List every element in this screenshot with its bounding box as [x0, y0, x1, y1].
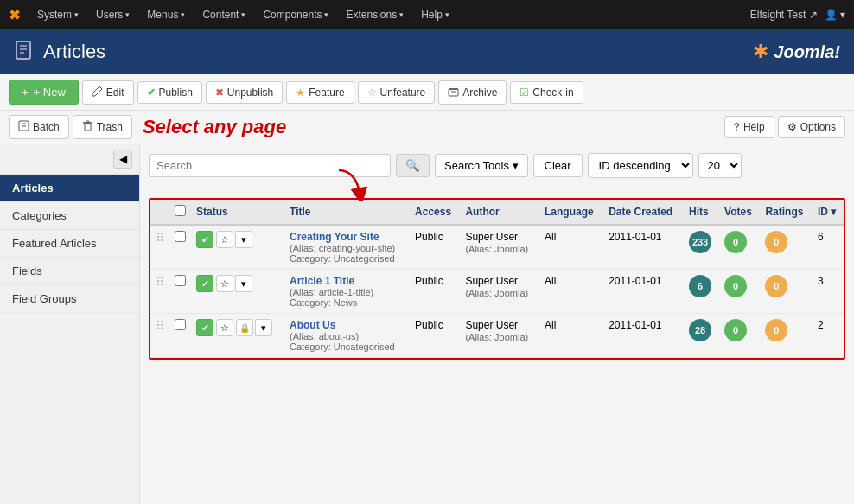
new-button[interactable]: + + New [9, 80, 79, 105]
status-dropdown-icon[interactable]: ▾ [235, 275, 252, 292]
col-language[interactable]: Language [539, 200, 603, 225]
featured-icon[interactable]: ☆ [216, 231, 233, 248]
access-value: Public [415, 319, 443, 331]
trash-button[interactable]: Trash [73, 115, 132, 139]
search-button[interactable]: 🔍 [396, 154, 430, 177]
star-filled-icon: ★ [296, 86, 305, 99]
author-name: Super User(Alias: Joomla) [465, 231, 528, 255]
date-created-value: 2011-01-01 [609, 275, 661, 287]
search-input[interactable] [149, 154, 391, 177]
drag-handle-icon[interactable]: ⠿ [156, 231, 164, 245]
featured-icon[interactable]: ☆ [216, 275, 233, 292]
article-alias: (Alias: creating-your-site) [290, 243, 405, 253]
user-icon[interactable]: 👤 ▾ [825, 9, 845, 21]
nav-right: Elfsight Test ↗ 👤 ▾ [750, 9, 845, 21]
batch-icon [18, 120, 29, 134]
article-title-link[interactable]: Creating Your Site [290, 231, 379, 243]
status-dropdown-icon[interactable]: ▾ [255, 319, 272, 336]
article-title-link[interactable]: About Us [290, 319, 335, 331]
col-ratings[interactable]: Ratings [760, 200, 813, 225]
nav-content[interactable]: Content ▾ [195, 5, 252, 24]
header-bar: Articles ✱ Joomla! [0, 29, 854, 74]
sidebar-collapse-area: ◀ [0, 144, 139, 175]
nav-extensions[interactable]: Extensions ▾ [339, 5, 411, 24]
featured-icon[interactable]: ☆ [216, 319, 233, 336]
drag-handle-icon[interactable]: ⠿ [156, 319, 164, 333]
select-all-checkbox[interactable] [175, 205, 186, 216]
col-status[interactable]: Status [191, 200, 284, 225]
sidebar-item-categories[interactable]: Categories [0, 202, 139, 230]
batch-button[interactable]: Batch [9, 115, 69, 139]
drag-handle-cell: ⠿ [150, 314, 169, 358]
id-cell: 6 [813, 225, 844, 270]
checkin-button[interactable]: ☑ Check-in [510, 81, 583, 104]
sidebar-collapse-button[interactable]: ◀ [113, 150, 132, 169]
page-size-select[interactable]: 20 10 50 [698, 153, 742, 178]
id-value: 3 [818, 275, 824, 287]
options-button[interactable]: ⚙ Options [778, 116, 845, 138]
ratings-badge: 0 [765, 275, 787, 297]
help-button[interactable]: ? Help [724, 116, 774, 138]
published-icon[interactable]: ✔ [196, 275, 214, 292]
published-icon[interactable]: ✔ [196, 231, 214, 248]
access-cell: Public [410, 225, 460, 270]
nav-help[interactable]: Help ▾ [414, 5, 456, 24]
sidebar-item-field-groups[interactable]: Field Groups [0, 285, 139, 313]
date-created-value: 2011-01-01 [609, 231, 661, 243]
clear-button[interactable]: Clear [533, 154, 583, 177]
published-icon[interactable]: ✔ [196, 319, 214, 336]
col-id[interactable]: ID ▾ [813, 200, 844, 225]
date-created-cell: 2011-01-01 [603, 225, 684, 270]
ratings-badge: 0 [765, 319, 787, 341]
page-icon [14, 40, 35, 65]
gear-icon: ⚙ [787, 121, 797, 133]
article-category: Category: Uncategorised [290, 253, 405, 264]
language-cell: All [539, 225, 603, 270]
status-cell: ✔ ☆ 🔒 ▾ [191, 314, 284, 358]
drag-handle-icon[interactable]: ⠿ [156, 275, 164, 289]
nav-menus[interactable]: Menus ▾ [140, 5, 192, 24]
archive-icon [448, 86, 459, 99]
user-label[interactable]: Elfsight Test ↗ [750, 9, 818, 21]
col-date-created[interactable]: Date Created [603, 200, 684, 225]
sidebar-item-fields[interactable]: Fields [0, 258, 139, 285]
nav-components[interactable]: Components ▾ [256, 5, 335, 24]
id-value: 6 [818, 231, 824, 243]
sidebar-item-featured-articles[interactable]: Featured Articles [0, 230, 139, 258]
col-title[interactable]: Title [284, 200, 410, 225]
feature-button[interactable]: ★ Feature [286, 81, 354, 104]
col-access[interactable]: Access [410, 200, 460, 225]
sidebar-item-articles[interactable]: Articles [0, 175, 139, 202]
language-value: All [545, 275, 556, 287]
col-votes[interactable]: Votes [719, 200, 760, 225]
checkbox-cell [169, 270, 191, 314]
search-tools-button[interactable]: Search Tools ▾ [435, 154, 528, 177]
nav-users[interactable]: Users ▾ [89, 5, 137, 24]
ratings-cell: 0 [760, 225, 813, 270]
nav-system[interactable]: System ▾ [30, 5, 86, 24]
row-checkbox[interactable] [175, 319, 186, 330]
status-dropdown-icon[interactable]: ▾ [235, 231, 252, 248]
archive-button[interactable]: Archive [438, 80, 507, 105]
row-checkbox[interactable] [175, 231, 186, 242]
unfeature-button[interactable]: ☆ Unfeature [358, 81, 436, 104]
row-checkbox[interactable] [175, 275, 186, 286]
publish-button[interactable]: ✔ Publish [137, 81, 202, 104]
hits-badge: 6 [689, 275, 711, 297]
access-value: Public [415, 275, 443, 287]
unpublish-button[interactable]: ✖ Unpublish [206, 81, 283, 104]
article-title-link[interactable]: Article 1 Title [290, 275, 354, 287]
article-category: Category: News [290, 297, 405, 308]
col-hits[interactable]: Hits [684, 200, 719, 225]
col-author[interactable]: Author [460, 200, 539, 225]
votes-cell: 0 [719, 270, 760, 314]
access-value: Public [415, 231, 443, 243]
toolbar-row1: + + New Edit ✔ Publish ✖ Unpublish ★ Fea… [0, 74, 854, 111]
joomla-star-icon: ✱ [753, 41, 768, 63]
title-cell: About Us (Alias: about-us) Category: Unc… [284, 314, 410, 358]
edit-button[interactable]: Edit [82, 80, 134, 105]
status-cell: ✔ ☆ ▾ [191, 270, 284, 314]
toolbar-row2: Batch Trash Select any page ? Help ⚙ Opt… [0, 111, 854, 144]
sort-select[interactable]: ID descending ID ascending Title Date Cr… [588, 153, 693, 178]
hits-badge: 28 [689, 319, 711, 341]
